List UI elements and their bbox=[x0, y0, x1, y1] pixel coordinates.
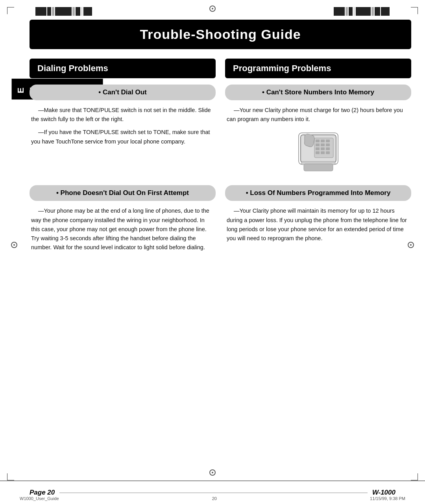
svg-rect-3 bbox=[316, 140, 320, 142]
corner-mark-bl bbox=[7, 473, 14, 480]
svg-rect-8 bbox=[326, 143, 330, 146]
cant-store-body: —Your new Clarity phone must charge for … bbox=[225, 106, 411, 124]
programming-problems-title: Programming Problems bbox=[233, 63, 403, 74]
deco-bar-rlight bbox=[353, 7, 355, 16]
cant-dial-out-text1: —Make sure that TONE/PULSE switch is not… bbox=[31, 106, 214, 124]
deco-bar-r2 bbox=[349, 7, 353, 16]
deco-bar-r1 bbox=[334, 7, 345, 16]
right-section-header: Programming Problems bbox=[225, 59, 411, 78]
deco-bar-light bbox=[81, 7, 83, 16]
svg-rect-9 bbox=[316, 147, 320, 150]
left-column: Dialing Problems • Can't Dial Out —Make … bbox=[30, 59, 216, 177]
top-deco-left bbox=[35, 7, 92, 16]
cant-store-text1: —Your new Clarity phone must charge for … bbox=[227, 106, 410, 124]
bottom-meta: W1000_User_Guide 20 11/15/99, 9:38 PM bbox=[0, 496, 425, 501]
deco-bar-3 bbox=[55, 7, 72, 16]
phone-svg bbox=[293, 131, 344, 174]
phone-no-dial-header: • Phone Doesn't Dial Out On First Attemp… bbox=[30, 185, 216, 201]
loss-numbers-header: • Loss Of Numbers Programmed Into Memory bbox=[225, 185, 411, 201]
circle-left bbox=[11, 242, 17, 248]
deco-bar-2 bbox=[47, 7, 51, 16]
deco-bar-r5 bbox=[381, 7, 390, 16]
right-column: Programming Problems • Can't Store Numbe… bbox=[225, 59, 411, 177]
circle-top bbox=[209, 6, 216, 12]
deco-bar-4 bbox=[76, 7, 80, 16]
svg-rect-7 bbox=[321, 143, 325, 146]
phone-no-dial-label: • Phone Doesn't Dial Out On First Attemp… bbox=[37, 189, 209, 197]
cant-dial-out-text2: —If you have the TONE/PULSE switch set t… bbox=[31, 128, 214, 146]
page-wrapper: ENGLISH Trouble-Shooting Guide Dialing P… bbox=[0, 0, 425, 504]
svg-rect-11 bbox=[326, 147, 330, 150]
cant-dial-out-label: • Can't Dial Out bbox=[37, 88, 209, 96]
svg-rect-5 bbox=[326, 140, 330, 142]
corner-mark-tr bbox=[411, 7, 418, 14]
svg-rect-12 bbox=[316, 151, 320, 154]
cant-dial-out-header: • Can't Dial Out bbox=[30, 85, 216, 100]
footer-model-label: W-1000 bbox=[372, 489, 395, 497]
svg-rect-16 bbox=[304, 164, 333, 171]
left-col-2: • Phone Doesn't Dial Out On First Attemp… bbox=[30, 185, 216, 256]
meta-right: 11/15/99, 9:38 PM bbox=[370, 496, 405, 501]
deco-bar-gray2 bbox=[72, 7, 75, 16]
deco-bar-r3 bbox=[356, 7, 371, 16]
dialing-problems-title: Dialing Problems bbox=[37, 63, 208, 74]
svg-rect-14 bbox=[326, 151, 330, 154]
corner-mark-tl bbox=[7, 7, 14, 14]
main-content: Trouble-Shooting Guide Dialing Problems … bbox=[30, 20, 411, 476]
footer-divider bbox=[59, 493, 368, 493]
two-column-layout: Dialing Problems • Can't Dial Out —Make … bbox=[30, 59, 411, 177]
cant-dial-out-body: —Make sure that TONE/PULSE switch is not… bbox=[30, 106, 216, 146]
deco-bar-rgray2 bbox=[371, 7, 374, 16]
phone-no-dial-body: —Your phone may be at the end of a long … bbox=[30, 206, 216, 252]
loss-numbers-text1: —Your Clarity phone will maintain its me… bbox=[227, 206, 410, 243]
loss-numbers-label: • Loss Of Numbers Programmed Into Memory bbox=[232, 189, 404, 197]
left-section-header: Dialing Problems bbox=[30, 59, 216, 78]
top-deco-right bbox=[334, 7, 390, 16]
phone-image bbox=[225, 128, 411, 177]
deco-bar-rgray1 bbox=[346, 7, 348, 16]
deco-bar-1 bbox=[35, 7, 46, 16]
footer-page-label: Page 20 bbox=[30, 489, 55, 497]
meta-left: W1000_User_Guide bbox=[20, 496, 59, 501]
deco-bar-gray bbox=[52, 7, 54, 16]
cant-store-header: • Can't Store Numbers Into Memory bbox=[225, 85, 411, 100]
deco-bar-r4 bbox=[375, 7, 380, 16]
cant-store-label: • Can't Store Numbers Into Memory bbox=[232, 88, 404, 96]
loss-numbers-body: —Your Clarity phone will maintain its me… bbox=[225, 206, 411, 243]
svg-rect-13 bbox=[321, 151, 325, 154]
svg-rect-10 bbox=[321, 147, 325, 150]
svg-rect-4 bbox=[321, 140, 325, 142]
deco-bar-5 bbox=[83, 7, 92, 16]
page-title-box: Trouble-Shooting Guide bbox=[30, 20, 411, 49]
second-row: • Phone Doesn't Dial Out On First Attemp… bbox=[30, 185, 411, 256]
phone-no-dial-text1: —Your phone may be at the end of a long … bbox=[31, 206, 214, 252]
meta-center: 20 bbox=[212, 496, 217, 501]
corner-mark-br bbox=[411, 473, 418, 480]
svg-rect-6 bbox=[316, 143, 320, 146]
right-col-2: • Loss Of Numbers Programmed Into Memory… bbox=[225, 185, 411, 256]
page-title: Trouble-Shooting Guide bbox=[41, 27, 399, 42]
